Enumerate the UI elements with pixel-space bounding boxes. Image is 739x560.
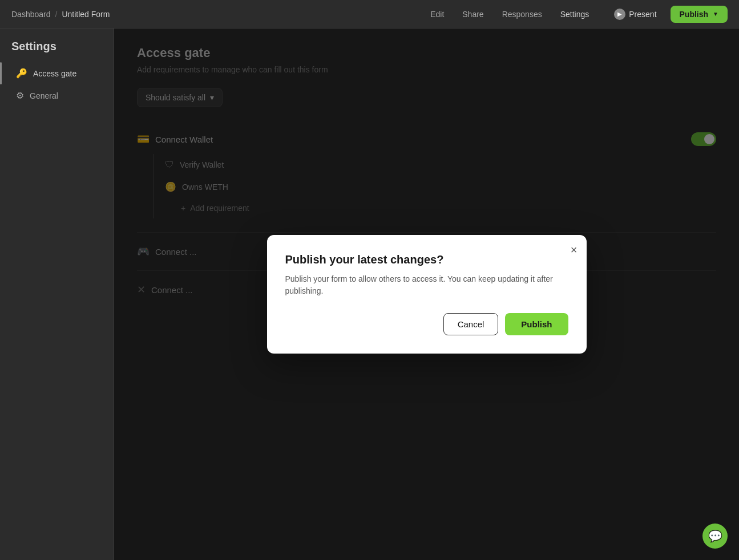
tab-responses[interactable]: Responses (495, 6, 549, 22)
active-bar (0, 62, 2, 84)
modal-close-button[interactable]: × (571, 244, 578, 255)
publish-nav-button[interactable]: Publish ▼ (671, 6, 728, 23)
nav-tabs: Edit Share Responses Settings (423, 6, 596, 22)
nav-dashboard-link[interactable]: Dashboard (11, 10, 51, 19)
sidebar-item-access-gate[interactable]: 🔑 Access gate (5, 62, 109, 84)
publish-modal: × Publish your latest changes? Publish y… (267, 235, 587, 354)
publish-button[interactable]: Publish (505, 313, 568, 335)
cancel-button[interactable]: Cancel (443, 313, 499, 335)
main-layout: Settings 🔑 Access gate ⚙ General Access … (0, 29, 739, 560)
chat-bubble-button[interactable]: 💬 (702, 524, 728, 549)
tab-settings[interactable]: Settings (554, 6, 596, 22)
modal-overlay[interactable]: × Publish your latest changes? Publish y… (114, 29, 739, 560)
sidebar-item-label-access-gate: Access gate (33, 69, 76, 78)
nav-left: Dashboard / Untitled Form (11, 10, 412, 19)
present-icon: ▶ (614, 9, 625, 20)
publish-nav-label: Publish (680, 10, 709, 19)
modal-title: Publish your latest changes? (285, 253, 568, 266)
publish-chevron-icon: ▼ (713, 11, 718, 17)
access-gate-icon: 🔑 (16, 68, 27, 79)
breadcrumb-separator: / (55, 10, 58, 19)
top-nav: Dashboard / Untitled Form Edit Share Res… (0, 0, 739, 29)
present-label: Present (629, 10, 656, 19)
sidebar-item-general[interactable]: ⚙ General (5, 84, 109, 107)
chat-icon: 💬 (708, 529, 722, 543)
sidebar-item-label-general: General (30, 91, 58, 100)
present-button[interactable]: ▶ Present (607, 5, 663, 23)
breadcrumb: Dashboard / Untitled Form (11, 10, 110, 19)
modal-actions: Cancel Publish (285, 313, 568, 335)
sidebar-title: Settings (0, 40, 114, 62)
tab-edit[interactable]: Edit (423, 6, 451, 22)
tab-share[interactable]: Share (455, 6, 490, 22)
close-icon: × (571, 244, 578, 256)
modal-body: Publish your form to allow others to acc… (285, 273, 568, 297)
nav-form-title[interactable]: Untitled Form (62, 10, 110, 19)
general-icon: ⚙ (16, 90, 24, 101)
sidebar: Settings 🔑 Access gate ⚙ General (0, 29, 114, 560)
nav-right: ▶ Present Publish ▼ (607, 5, 728, 23)
main-content: Access gate Add requirements to manage w… (114, 29, 739, 560)
